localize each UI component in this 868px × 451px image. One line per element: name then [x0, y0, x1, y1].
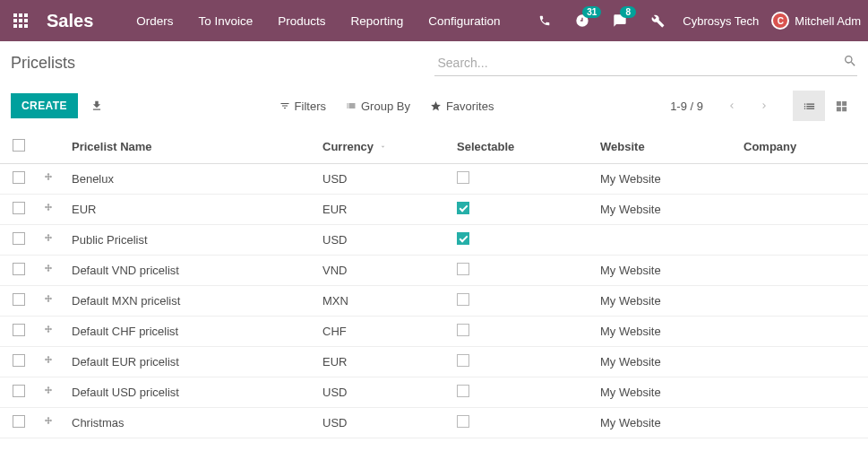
cell-currency: EUR — [314, 195, 448, 225]
cell-name: Christmas — [63, 408, 314, 438]
messages-button[interactable]: 8 — [607, 0, 632, 41]
svg-rect-5 — [24, 19, 28, 22]
svg-rect-1 — [19, 13, 22, 17]
table-row[interactable]: Default VND pricelistVNDMy Website — [0, 256, 868, 286]
col-selectable[interactable]: Selectable — [448, 130, 591, 164]
phone-button[interactable] — [532, 0, 557, 41]
table-row[interactable]: Default EUR pricelistEURMy Website — [0, 347, 868, 377]
cell-selectable — [457, 202, 469, 214]
cell-currency: MXN — [314, 286, 448, 317]
chevron-left-icon — [726, 100, 737, 111]
cell-selectable — [457, 324, 469, 336]
col-currency[interactable]: Currency — [314, 130, 448, 164]
row-checkbox[interactable] — [13, 293, 25, 306]
nav-products[interactable]: Products — [265, 0, 338, 41]
favorites-button[interactable]: Favorites — [430, 100, 494, 113]
drag-handle[interactable] — [43, 294, 54, 305]
row-checkbox[interactable] — [13, 324, 25, 336]
debug-button[interactable] — [645, 0, 670, 41]
cell-name: Default USD pricelist — [63, 377, 314, 408]
nav-orders[interactable]: Orders — [124, 0, 185, 41]
row-checkbox[interactable] — [13, 232, 25, 245]
pricelist-table: Pricelist Name Currency Selectable Websi… — [0, 130, 868, 438]
nav-configuration[interactable]: Configuration — [416, 0, 512, 41]
pager-next[interactable] — [752, 93, 777, 118]
nav-reporting[interactable]: Reporting — [339, 0, 417, 41]
cell-currency: EUR — [314, 347, 448, 377]
apps-menu-button[interactable] — [0, 0, 41, 41]
svg-rect-2 — [24, 13, 28, 17]
move-icon — [43, 203, 54, 213]
view-kanban-button[interactable] — [825, 91, 857, 121]
cell-website: My Website — [591, 408, 735, 438]
sort-caret-icon — [379, 143, 387, 151]
cell-company — [735, 377, 868, 408]
search-box — [434, 50, 858, 76]
cell-name: Benelux — [63, 164, 314, 195]
app-brand[interactable]: Sales — [41, 11, 124, 31]
row-checkbox[interactable] — [13, 202, 25, 214]
export-button[interactable] — [90, 100, 103, 112]
table-row[interactable]: Default MXN pricelistMXNMy Website — [0, 286, 868, 317]
row-checkbox[interactable] — [13, 415, 25, 428]
cell-name: Default VND pricelist — [63, 256, 314, 286]
cell-website — [591, 225, 735, 256]
select-all-checkbox[interactable] — [13, 139, 25, 152]
table-row[interactable]: ChristmasUSDMy Website — [0, 408, 868, 438]
drag-handle[interactable] — [43, 355, 54, 366]
row-checkbox[interactable] — [13, 263, 25, 275]
cell-name: EUR — [63, 195, 314, 225]
pager-counter[interactable]: 1-9 / 9 — [670, 100, 703, 113]
search-icon[interactable] — [843, 54, 857, 71]
top-nav: Sales Orders To Invoice Products Reporti… — [0, 0, 868, 41]
cell-company — [735, 195, 868, 225]
user-menu[interactable]: C Mitchell Adm — [771, 12, 861, 30]
cell-company — [735, 225, 868, 256]
filters-button[interactable]: Filters — [279, 100, 326, 113]
cell-company — [735, 408, 868, 438]
activities-badge: 31 — [582, 6, 601, 18]
groupby-button[interactable]: Group By — [346, 100, 410, 113]
row-checkbox[interactable] — [13, 385, 25, 397]
table-row[interactable]: Public PricelistUSD — [0, 225, 868, 256]
table-row[interactable]: BeneluxUSDMy Website — [0, 164, 868, 195]
apps-icon — [13, 13, 28, 28]
activities-button[interactable]: 31 — [570, 0, 595, 41]
drag-handle[interactable] — [43, 264, 54, 274]
table-row[interactable]: Default CHF pricelistCHFMy Website — [0, 317, 868, 347]
cell-currency: VND — [314, 256, 448, 286]
table-row[interactable]: EUREURMy Website — [0, 195, 868, 225]
row-checkbox[interactable] — [13, 354, 25, 367]
download-icon — [90, 100, 103, 112]
cell-currency: USD — [314, 225, 448, 256]
drag-handle[interactable] — [43, 233, 54, 244]
cell-currency: USD — [314, 408, 448, 438]
cell-name: Public Pricelist — [63, 225, 314, 256]
kanban-view-icon — [835, 100, 848, 113]
company-selector[interactable]: Cybrosys Tech — [683, 14, 759, 28]
cell-website: My Website — [591, 317, 735, 347]
drag-handle[interactable] — [43, 172, 54, 183]
breadcrumb: Pricelists — [11, 50, 434, 85]
cell-website: My Website — [591, 195, 735, 225]
row-checkbox[interactable] — [13, 171, 25, 184]
col-name[interactable]: Pricelist Name — [63, 130, 314, 164]
search-input[interactable] — [434, 50, 858, 76]
drag-handle[interactable] — [43, 416, 54, 427]
col-website[interactable]: Website — [591, 130, 735, 164]
table-row[interactable]: Default USD pricelistUSDMy Website — [0, 377, 868, 408]
cell-website: My Website — [591, 256, 735, 286]
col-company[interactable]: Company — [735, 130, 868, 164]
drag-handle[interactable] — [43, 203, 54, 213]
cell-selectable — [457, 293, 469, 306]
view-list-button[interactable] — [793, 91, 825, 121]
create-button[interactable]: CREATE — [11, 93, 78, 118]
cell-currency: USD — [314, 164, 448, 195]
svg-rect-6 — [13, 24, 17, 28]
drag-handle[interactable] — [43, 325, 54, 335]
nav-to-invoice[interactable]: To Invoice — [186, 0, 266, 41]
chevron-right-icon — [759, 100, 769, 111]
cell-currency: USD — [314, 377, 448, 408]
drag-handle[interactable] — [43, 386, 54, 396]
pager-prev[interactable] — [719, 93, 744, 118]
